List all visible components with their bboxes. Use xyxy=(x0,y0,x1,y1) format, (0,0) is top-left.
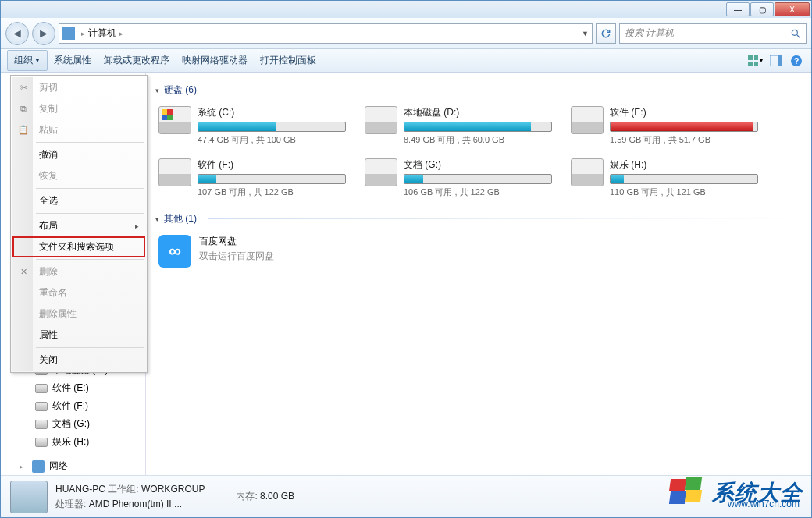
help-button[interactable]: ? xyxy=(788,52,805,69)
svg-rect-7 xyxy=(778,55,782,66)
titlebar: — ▢ X xyxy=(1,1,811,18)
drive-item[interactable]: 娱乐 (H:) 110 GB 可用 , 共 121 GB xyxy=(568,155,761,201)
organize-menu: ✂剪切⧉复制📋粘贴撤消恢复全选布局▸文件夹和搜索选项✕删除重命名删除属性属性关闭 xyxy=(10,75,148,373)
chevron-right-icon[interactable]: ▸ xyxy=(119,30,123,37)
back-button[interactable]: ◄ xyxy=(5,22,29,45)
minimize-button[interactable]: — xyxy=(726,2,750,16)
drive-icon xyxy=(365,106,397,134)
tb-control-panel[interactable]: 打开控制面板 xyxy=(254,51,322,70)
close-button[interactable]: X xyxy=(775,2,810,16)
group-header-other[interactable]: ▾其他 (1) xyxy=(155,212,802,225)
breadcrumb-item[interactable]: 计算机 xyxy=(88,27,116,40)
usage-bar xyxy=(404,174,552,184)
collapse-icon: ▾ xyxy=(155,87,159,94)
drive-icon xyxy=(158,106,191,134)
organize-button[interactable]: 组织▼ xyxy=(7,50,48,71)
menu-item: 重命名 xyxy=(12,282,145,303)
view-button[interactable]: ▼ xyxy=(747,52,764,69)
menu-icon: 📋 xyxy=(17,124,30,137)
drive-stat: 47.4 GB 可用 , 共 100 GB xyxy=(198,134,346,146)
drive-stat: 8.49 GB 可用 , 共 60.0 GB xyxy=(404,134,552,146)
drive-item[interactable]: 本地磁盘 (D:) 8.49 GB 可用 , 共 60.0 GB xyxy=(361,103,555,149)
menu-item[interactable]: 文件夹和搜索选项 xyxy=(12,236,145,257)
menu-item[interactable]: 关闭 xyxy=(12,349,145,371)
drive-item[interactable]: 文档 (G:) 106 GB 可用 , 共 122 GB xyxy=(361,155,555,201)
menu-item: 删除属性 xyxy=(12,303,145,325)
tree-drive[interactable]: 娱乐 (H:) xyxy=(1,433,145,451)
usage-bar xyxy=(610,174,758,184)
address-bar[interactable]: ▸ 计算机 ▸ ▼ xyxy=(59,23,593,44)
svg-text:?: ? xyxy=(794,56,800,66)
chevron-right-icon: ▸ xyxy=(81,30,85,37)
search-input[interactable]: 搜索 计算机 xyxy=(619,23,807,44)
menu-item[interactable]: 全选 xyxy=(12,190,145,211)
menu-item[interactable]: 布局▸ xyxy=(12,215,145,236)
drive-icon xyxy=(365,158,397,186)
menu-icon: ✂ xyxy=(17,82,30,94)
menu-icon: ✕ xyxy=(17,266,30,279)
collapse-icon: ▾ xyxy=(155,215,159,223)
drive-stat: 107 GB 可用 , 共 122 GB xyxy=(198,186,346,198)
menu-item[interactable]: 属性 xyxy=(12,325,145,346)
svg-rect-2 xyxy=(748,55,753,60)
other-item-desc: 双击运行百度网盘 xyxy=(199,250,274,263)
preview-pane-button[interactable] xyxy=(767,52,785,69)
drive-item[interactable]: 软件 (E:) 1.59 GB 可用 , 共 51.7 GB xyxy=(568,103,761,149)
navigation-bar: ◄ ► ▸ 计算机 ▸ ▼ 搜索 计算机 xyxy=(1,18,811,49)
drive-name: 软件 (E:) xyxy=(610,106,758,119)
network-icon xyxy=(32,460,45,473)
computer-large-icon xyxy=(10,481,48,513)
baidu-icon: ∞ xyxy=(158,235,191,268)
tb-map-drive[interactable]: 映射网络驱动器 xyxy=(176,51,254,70)
drive-item[interactable]: 软件 (F:) 107 GB 可用 , 共 122 GB xyxy=(155,155,349,201)
tree-drive[interactable]: 文档 (G:) xyxy=(1,415,145,433)
forward-button[interactable]: ► xyxy=(32,22,55,45)
maximize-button[interactable]: ▢ xyxy=(750,2,774,16)
other-item-name: 百度网盘 xyxy=(199,235,274,248)
menu-item[interactable]: 撤消 xyxy=(12,144,145,165)
usage-bar xyxy=(610,122,758,132)
usage-bar xyxy=(404,122,552,132)
tree-drive[interactable]: 软件 (E:) xyxy=(1,379,145,397)
submenu-arrow-icon: ▸ xyxy=(135,222,139,230)
drive-item[interactable]: 系统 (C:) 47.4 GB 可用 , 共 100 GB xyxy=(155,103,349,149)
drive-stat: 110 GB 可用 , 共 121 GB xyxy=(610,186,758,198)
usage-bar xyxy=(198,122,346,132)
toolbar: 组织▼ 系统属性 卸载或更改程序 映射网络驱动器 打开控制面板 ▼ ? xyxy=(1,49,811,73)
drive-icon xyxy=(571,106,604,134)
svg-rect-4 xyxy=(748,62,753,66)
search-placeholder: 搜索 计算机 xyxy=(625,27,674,40)
tree-network[interactable]: ▸网络 xyxy=(1,457,145,475)
tree-drive[interactable]: 软件 (F:) xyxy=(1,397,145,415)
refresh-button[interactable] xyxy=(596,23,616,44)
menu-icon: ⧉ xyxy=(17,103,30,115)
menu-item: 📋粘贴 xyxy=(12,119,145,140)
drive-icon xyxy=(35,420,48,429)
other-item-baidu[interactable]: ∞ 百度网盘 双击运行百度网盘 xyxy=(155,232,802,271)
drive-name: 本地磁盘 (D:) xyxy=(404,106,552,119)
drive-name: 娱乐 (H:) xyxy=(610,158,758,172)
drive-name: 文档 (G:) xyxy=(404,158,552,172)
menu-item: ✂剪切 xyxy=(12,77,145,98)
menu-item: ✕删除 xyxy=(12,261,145,282)
drive-icon xyxy=(571,158,604,186)
pc-name: HUANG-PC xyxy=(55,484,105,495)
search-icon xyxy=(790,28,801,39)
drive-stat: 106 GB 可用 , 共 122 GB xyxy=(404,186,552,198)
status-bar: HUANG-PC 工作组: WORKGROUP 处理器: AMD Phenom(… xyxy=(1,475,811,517)
menu-item: 恢复 xyxy=(12,165,145,186)
content-pane: ▾硬盘 (6) 系统 (C:) 47.4 GB 可用 , 共 100 GB 本地… xyxy=(146,73,811,475)
tb-system-properties[interactable]: 系统属性 xyxy=(48,51,98,70)
group-header-drives[interactable]: ▾硬盘 (6) xyxy=(155,83,802,97)
drive-stat: 1.59 GB 可用 , 共 51.7 GB xyxy=(610,134,758,146)
drive-icon xyxy=(158,158,191,186)
usage-bar xyxy=(198,174,346,184)
drive-icon xyxy=(35,402,48,411)
chevron-down-icon[interactable]: ▼ xyxy=(582,30,589,37)
tb-uninstall[interactable]: 卸载或更改程序 xyxy=(98,51,176,70)
drive-name: 系统 (C:) xyxy=(198,106,346,119)
drive-icon xyxy=(35,438,48,447)
menu-item: ⧉复制 xyxy=(12,98,145,119)
computer-icon xyxy=(62,27,75,40)
drive-name: 软件 (F:) xyxy=(198,158,346,172)
